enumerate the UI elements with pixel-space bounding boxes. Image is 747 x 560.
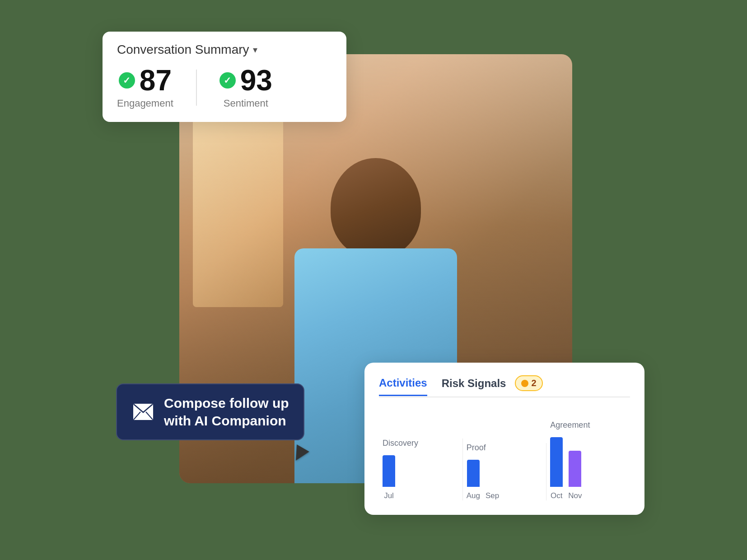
- dropdown-arrow-icon[interactable]: ▾: [253, 44, 257, 55]
- compose-text: Compose follow up with AI Companion: [164, 394, 289, 429]
- bar-sep-label: Sep: [486, 491, 499, 500]
- tab-activities[interactable]: Activities: [379, 377, 427, 396]
- discovery-bars: Jul: [383, 455, 455, 500]
- engagement-label: Engagement: [117, 98, 173, 109]
- bar-aug: Aug: [467, 460, 480, 500]
- engagement-check-icon: ✓: [119, 72, 135, 89]
- activities-card: Activities Risk Signals 2 Discovery Jul: [364, 363, 644, 515]
- chart-section-agreement: Agreement Oct Nov: [546, 420, 630, 500]
- person-head: [331, 158, 421, 257]
- chart-section-discovery: Discovery Jul: [379, 439, 463, 500]
- conversation-summary-card: Conversation Summary ▾ ✓ 87 Engagement ✓…: [103, 32, 346, 122]
- bar-jul: Jul: [383, 455, 395, 500]
- mail-icon: [131, 400, 155, 424]
- bar-nov-bar: [569, 451, 581, 487]
- bar-nov: Nov: [568, 451, 582, 500]
- sentiment-value-row: ✓ 93: [219, 66, 272, 95]
- bar-jul-bar: [383, 455, 395, 487]
- sentiment-check-icon: ✓: [219, 72, 236, 89]
- bar-aug-label: Aug: [467, 491, 480, 500]
- engagement-value-row: ✓ 87: [119, 66, 172, 95]
- bar-oct-label: Oct: [551, 491, 562, 500]
- engagement-metric: ✓ 87 Engagement: [117, 66, 191, 109]
- metrics-row: ✓ 87 Engagement ✓ 93 Sentiment: [117, 66, 332, 109]
- risk-dot-icon: [521, 380, 528, 387]
- metric-divider: [196, 70, 197, 106]
- cursor: [292, 447, 307, 462]
- proof-bars: Aug Sep: [467, 460, 539, 500]
- bar-oct: Oct: [550, 437, 563, 500]
- sentiment-label: Sentiment: [224, 98, 268, 109]
- bar-nov-label: Nov: [568, 491, 582, 500]
- scene-container: Conversation Summary ▾ ✓ 87 Engagement ✓…: [103, 32, 644, 528]
- cursor-arrow-icon: [289, 444, 309, 464]
- bar-aug-bar: [467, 460, 480, 487]
- engagement-number: 87: [140, 66, 172, 95]
- proof-label: Proof: [467, 443, 486, 453]
- conv-summary-title: Conversation Summary: [117, 42, 249, 57]
- sentiment-number: 93: [240, 66, 272, 95]
- compose-followup-button[interactable]: Compose follow up with AI Companion: [116, 383, 304, 440]
- activities-tabs: Activities Risk Signals 2: [379, 375, 630, 397]
- agreement-label: Agreement: [550, 420, 590, 430]
- conv-summary-header: Conversation Summary ▾: [117, 42, 332, 57]
- discovery-label: Discovery: [383, 439, 418, 448]
- bar-oct-bar: [550, 437, 563, 487]
- chart-section-proof: Proof Aug Sep: [463, 443, 547, 500]
- bar-sep: Sep: [486, 487, 499, 500]
- chart-container: Discovery Jul Proof Aug: [379, 410, 630, 500]
- risk-badge: 2: [515, 375, 542, 391]
- sentiment-metric: ✓ 93 Sentiment: [201, 66, 290, 109]
- tab-risk-signals[interactable]: Risk Signals 2: [442, 375, 543, 397]
- agreement-bars: Oct Nov: [550, 437, 623, 500]
- bar-jul-label: Jul: [384, 491, 394, 500]
